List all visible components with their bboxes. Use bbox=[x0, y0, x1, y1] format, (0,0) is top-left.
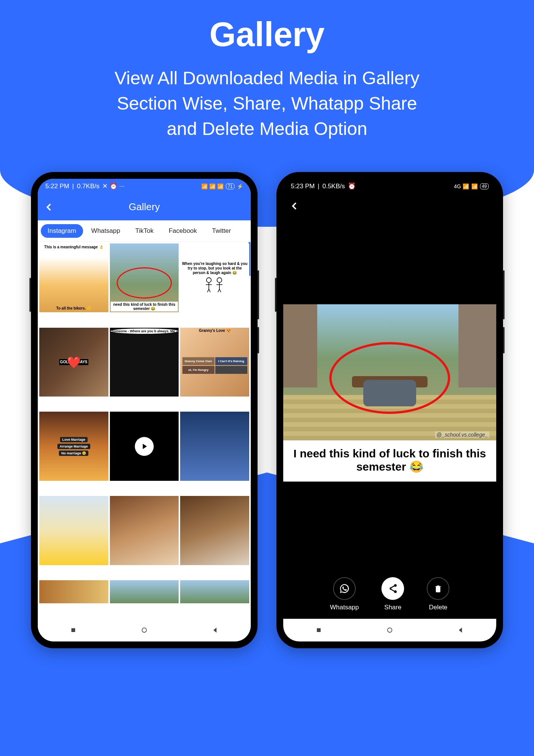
app-bar: Gallery bbox=[38, 194, 251, 220]
svg-rect-4 bbox=[317, 628, 321, 632]
tab-instagram[interactable]: Instagram bbox=[41, 224, 83, 238]
gallery-grid[interactable]: This is a meaningful message 👌 To all th… bbox=[38, 242, 251, 619]
status-time: 5:23 PM bbox=[291, 183, 315, 190]
stickfigure-icon bbox=[200, 275, 230, 294]
gallery-thumb[interactable]: When you're laughing so hard & you try t… bbox=[180, 243, 249, 313]
tab-twitter[interactable]: Twitter bbox=[205, 224, 238, 238]
meme-caption: I need this kind of luck to finish this … bbox=[283, 440, 496, 482]
svg-point-1 bbox=[217, 277, 222, 282]
nav-back-icon[interactable] bbox=[211, 626, 219, 634]
meme-image: @_school.vs.college_ I need this kind of… bbox=[283, 304, 496, 482]
tab-whatsapp[interactable]: Whatsapp bbox=[85, 224, 127, 238]
meme-photo: @_school.vs.college_ bbox=[283, 304, 496, 440]
gallery-thumb[interactable]: Someone - Where are you b always. Me - bbox=[110, 328, 179, 397]
gallery-thumb[interactable] bbox=[39, 580, 108, 603]
svg-point-0 bbox=[206, 277, 211, 282]
app-bar bbox=[283, 194, 496, 218]
tab-facebook[interactable]: Facebook bbox=[162, 224, 204, 238]
gallery-thumb[interactable]: need this kind of luck to finish this se… bbox=[110, 243, 179, 313]
play-icon bbox=[135, 437, 154, 456]
svg-point-3 bbox=[142, 628, 147, 632]
nav-back-icon[interactable] bbox=[457, 626, 465, 634]
phone-button bbox=[258, 327, 259, 353]
svg-point-5 bbox=[387, 628, 392, 632]
status-speed: 0.7KB/s bbox=[77, 183, 100, 190]
nav-home-icon[interactable] bbox=[140, 626, 148, 634]
gallery-thumb[interactable]: This is a meaningful message 👌 To all th… bbox=[39, 243, 108, 313]
action-bar: Whatsapp Share Delete bbox=[283, 568, 496, 619]
phone-viewer: 5:23 PM | 0.5KB/s ⏰ 4G 📶 📶 49 bbox=[276, 172, 503, 648]
signal-icon: 📶 bbox=[471, 183, 478, 189]
nav-home-icon[interactable] bbox=[386, 626, 394, 634]
nav-recent-icon[interactable] bbox=[315, 626, 323, 634]
signal-icon: 📶 📶 📶 bbox=[201, 183, 224, 189]
share-icon bbox=[381, 577, 404, 600]
status-icons: ✕ ⏰ ··· bbox=[102, 182, 125, 190]
back-button[interactable] bbox=[44, 202, 54, 212]
phone-mockups: 5:22 PM | 0.7KB/s ✕ ⏰ ··· 📶 📶 📶 71 ⚡ Gal… bbox=[0, 172, 534, 648]
back-button[interactable] bbox=[289, 201, 300, 211]
phone-button bbox=[503, 327, 505, 353]
phone-button bbox=[503, 270, 505, 319]
lightning-icon: ⚡ bbox=[237, 183, 243, 189]
nav-recent-icon[interactable] bbox=[69, 626, 77, 634]
page-title: Gallery bbox=[0, 15, 534, 54]
gallery-thumb-video[interactable] bbox=[110, 412, 179, 481]
gallery-thumb[interactable] bbox=[110, 580, 179, 603]
status-speed: 0.5KB/s bbox=[323, 183, 345, 190]
status-icons: ⏰ bbox=[348, 182, 356, 190]
gallery-thumb[interactable]: GOLDEN DAYS ❤️ bbox=[39, 328, 108, 397]
phone-screen: 5:22 PM | 0.7KB/s ✕ ⏰ ··· 📶 📶 📶 71 ⚡ Gal… bbox=[38, 179, 251, 641]
tab-bar: Instagram Whatsapp TikTok Facebook Twitt… bbox=[38, 220, 251, 242]
phone-screen: 5:23 PM | 0.5KB/s ⏰ 4G 📶 📶 49 bbox=[283, 179, 496, 641]
viewer-content: @_school.vs.college_ I need this kind of… bbox=[283, 218, 496, 568]
battery-icon: 49 bbox=[480, 183, 489, 189]
battery-icon: 71 bbox=[226, 183, 235, 189]
phone-button bbox=[29, 278, 31, 312]
page-subtitle: View All Downloaded Media in Gallery Sec… bbox=[40, 65, 494, 142]
circle-highlight bbox=[329, 342, 450, 414]
appbar-title: Gallery bbox=[129, 201, 160, 213]
system-nav-bar bbox=[38, 619, 251, 641]
watermark: @_school.vs.college_ bbox=[435, 431, 489, 438]
gallery-thumb[interactable] bbox=[39, 496, 108, 565]
gallery-thumb[interactable]: Granny's Love 😍 Granny Come Over I Can't… bbox=[180, 328, 249, 397]
gallery-thumb[interactable] bbox=[180, 412, 249, 481]
delete-icon bbox=[427, 577, 449, 600]
delete-button[interactable]: Delete bbox=[427, 577, 449, 611]
system-nav-bar bbox=[283, 619, 496, 641]
phone-button bbox=[258, 270, 259, 319]
status-bar: 5:23 PM | 0.5KB/s ⏰ 4G 📶 📶 49 bbox=[283, 179, 496, 194]
svg-rect-2 bbox=[71, 628, 75, 632]
tab-tiktok[interactable]: TikTok bbox=[128, 224, 161, 238]
phone-button bbox=[275, 278, 276, 312]
phone-gallery: 5:22 PM | 0.7KB/s ✕ ⏰ ··· 📶 📶 📶 71 ⚡ Gal… bbox=[31, 172, 258, 648]
share-button[interactable]: Share bbox=[381, 577, 404, 611]
gallery-thumb[interactable] bbox=[180, 496, 249, 565]
media-viewer[interactable]: @_school.vs.college_ I need this kind of… bbox=[283, 218, 496, 619]
whatsapp-icon bbox=[333, 577, 356, 600]
page-header: Gallery View All Downloaded Media in Gal… bbox=[0, 0, 534, 142]
status-time: 5:22 PM bbox=[45, 183, 69, 190]
gallery-thumb[interactable]: Love Marriage Arrange Marriage No marria… bbox=[39, 412, 108, 481]
signal-icon: 4G 📶 bbox=[454, 183, 469, 189]
whatsapp-button[interactable]: Whatsapp bbox=[330, 577, 359, 611]
gallery-thumb[interactable] bbox=[110, 496, 179, 565]
gallery-thumb[interactable] bbox=[180, 580, 249, 603]
status-bar: 5:22 PM | 0.7KB/s ✕ ⏰ ··· 📶 📶 📶 71 ⚡ bbox=[38, 179, 251, 194]
